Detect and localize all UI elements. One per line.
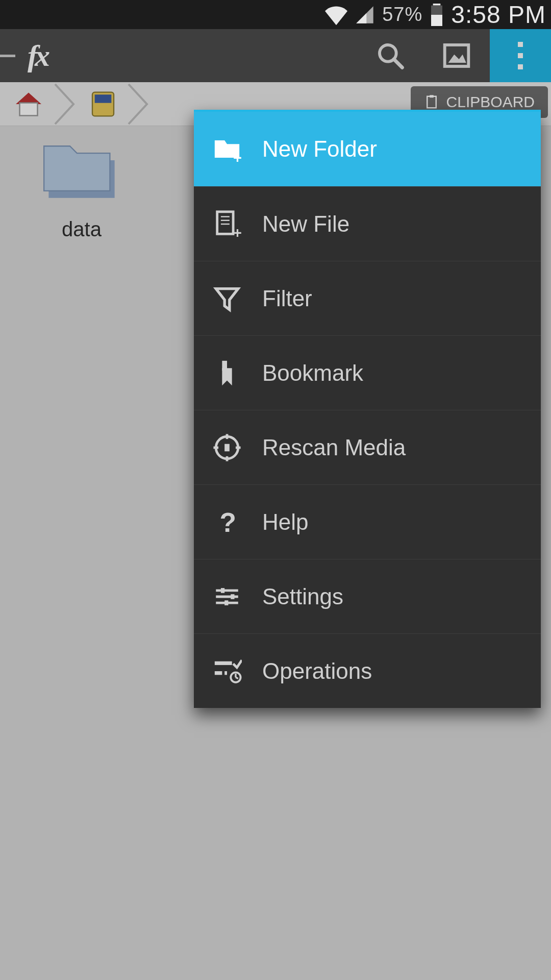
svg-text:+: + [233,224,242,238]
menu-operations[interactable]: Operations [194,633,541,708]
menu-item-label: Settings [262,584,343,609]
overflow-menu: + New Folder + New File Filter Bookmark [194,110,541,708]
battery-icon [430,4,444,26]
menu-item-label: New File [262,211,349,237]
battery-percent: 57% [382,4,422,26]
menu-item-label: Filter [262,286,312,311]
menu-new-file[interactable]: + New File [194,186,541,261]
menu-item-label: New Folder [262,136,377,162]
menu-item-label: Bookmark [262,360,363,386]
settings-icon [209,582,245,611]
folder-plus-icon: + [209,134,245,164]
signal-icon [355,5,375,25]
menu-item-label: Help [262,509,309,535]
svg-rect-35 [215,671,222,675]
menu-filter[interactable]: Filter [194,261,541,335]
svg-rect-14 [217,211,233,234]
status-bar: 57% 3:58 PM [0,0,551,29]
help-icon: ? [209,507,245,537]
svg-rect-34 [215,661,232,665]
operations-icon [209,656,245,686]
svg-rect-36 [224,671,227,675]
clock: 3:58 PM [451,1,546,29]
bookmark-icon [209,358,245,388]
wifi-icon [325,4,347,26]
menu-item-label: Operations [262,658,372,684]
rescan-icon [209,433,245,462]
svg-line-39 [236,677,238,678]
menu-bookmark[interactable]: Bookmark [194,335,541,410]
menu-settings[interactable]: Settings [194,559,541,633]
screen: { "status": { "battery_pct": "57%", "clo… [0,0,551,980]
file-plus-icon: + [209,209,245,239]
svg-rect-0 [433,4,441,6]
menu-help[interactable]: ? Help [194,484,541,559]
svg-text:+: + [233,150,242,164]
svg-rect-31 [221,588,224,593]
menu-new-folder[interactable]: + New Folder [194,112,541,186]
svg-rect-33 [224,600,228,605]
filter-icon [209,284,245,313]
menu-item-label: Rescan Media [262,435,406,460]
menu-rescan-media[interactable]: Rescan Media [194,410,541,484]
svg-marker-19 [216,288,238,309]
svg-rect-26 [224,444,230,451]
svg-rect-2 [431,15,442,26]
svg-rect-32 [231,594,234,599]
svg-text:?: ? [220,507,236,537]
